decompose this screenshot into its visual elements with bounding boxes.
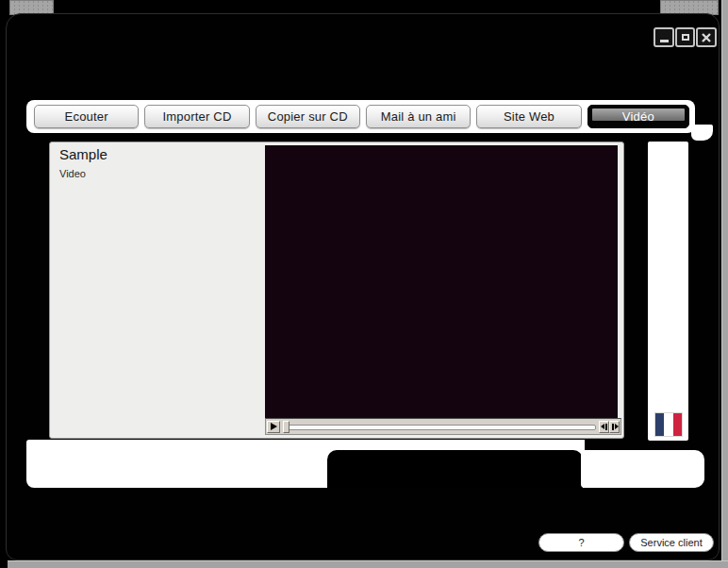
flag-blue-stripe bbox=[655, 413, 664, 436]
maximize-button[interactable] bbox=[675, 27, 695, 47]
flag-white-stripe bbox=[664, 413, 672, 436]
step-back-button[interactable] bbox=[599, 421, 609, 433]
customer-service-label: Service client bbox=[640, 537, 702, 548]
step-forward-button[interactable] bbox=[609, 421, 620, 433]
customer-service-button[interactable]: Service client bbox=[629, 533, 714, 552]
tab-label: Site Web bbox=[504, 109, 554, 124]
desktop: { "window": { "controls": { "minimize_ic… bbox=[0, 0, 728, 568]
skin-black-notch bbox=[327, 450, 583, 488]
next-frame-icon-bar bbox=[612, 424, 614, 430]
flag-red-stripe bbox=[673, 413, 682, 436]
window-minimize-icon bbox=[660, 40, 669, 42]
video-screen bbox=[265, 145, 618, 418]
content-panel: Sample Video bbox=[49, 142, 624, 439]
seek-thumb[interactable] bbox=[283, 421, 290, 433]
play-button[interactable] bbox=[267, 421, 280, 433]
skin-white-band-right bbox=[581, 450, 704, 488]
previous-frame-icon-bar bbox=[605, 424, 607, 430]
next-frame-icon bbox=[615, 424, 619, 429]
tab-label: Importer CD bbox=[162, 109, 231, 124]
seek-bar[interactable] bbox=[281, 421, 598, 433]
tab-video-active[interactable]: Vidéo bbox=[587, 105, 689, 128]
tab-ecouter[interactable]: Ecouter bbox=[34, 105, 139, 128]
tab-mail-a-un-ami[interactable]: Mail à un ami bbox=[366, 105, 471, 128]
france-flag bbox=[654, 412, 683, 437]
play-icon bbox=[271, 423, 277, 430]
background-window-edge-bottom bbox=[8, 560, 728, 568]
tab-label: Vidéo bbox=[622, 109, 654, 124]
minimize-button[interactable] bbox=[654, 27, 674, 47]
previous-frame-icon bbox=[601, 424, 604, 429]
page-title: Sample bbox=[59, 146, 108, 162]
tab-importer-cd[interactable]: Importer CD bbox=[144, 105, 249, 128]
window-close-icon bbox=[702, 33, 711, 42]
tab-label: Ecouter bbox=[65, 109, 108, 124]
close-button[interactable] bbox=[696, 27, 717, 47]
player-controls-bar bbox=[265, 418, 621, 435]
page-subtitle: Video bbox=[59, 168, 86, 179]
seek-track[interactable] bbox=[283, 425, 596, 430]
tab-label: Copier sur CD bbox=[268, 109, 348, 124]
tab-label: Mail à un ami bbox=[381, 109, 456, 124]
tab-bar: Ecouter Importer CD Copier sur CD Mail à… bbox=[26, 100, 695, 133]
tab-copier-sur-cd[interactable]: Copier sur CD bbox=[256, 105, 360, 128]
help-button-label: ? bbox=[578, 537, 584, 548]
window-maximize-icon bbox=[682, 34, 689, 41]
background-window-edge-right bbox=[721, 0, 728, 568]
help-button[interactable]: ? bbox=[538, 533, 624, 552]
language-side-strip bbox=[648, 142, 688, 441]
tab-site-web[interactable]: Site Web bbox=[476, 105, 581, 128]
video-player bbox=[265, 145, 618, 433]
